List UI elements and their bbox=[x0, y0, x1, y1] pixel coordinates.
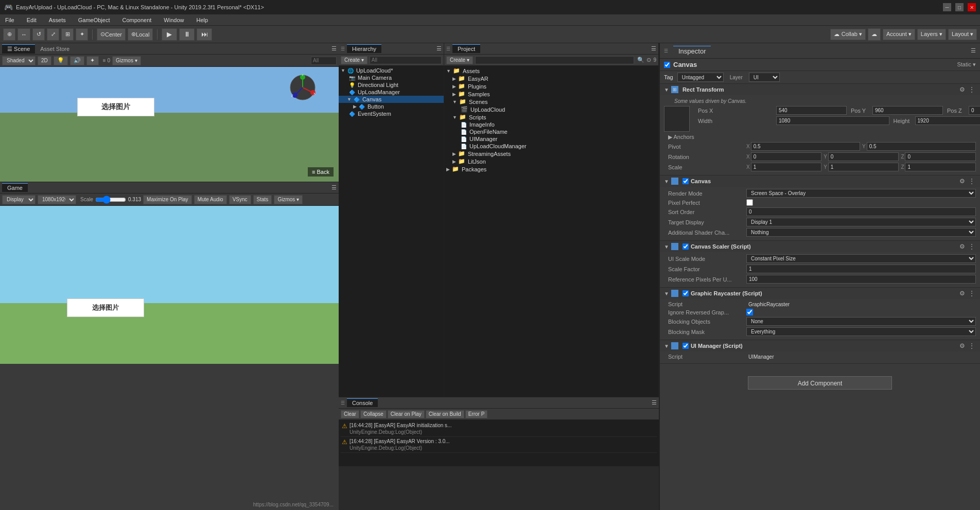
project-search[interactable] bbox=[475, 56, 635, 64]
scene-effects-toggle[interactable]: ✦ bbox=[86, 56, 99, 65]
proj-item-scripts[interactable]: ▼ 📁 Scripts bbox=[444, 113, 658, 121]
tab-inspector[interactable]: Inspector bbox=[673, 46, 711, 56]
tool-transform[interactable]: ✦ bbox=[76, 28, 88, 41]
tab-project[interactable]: Project bbox=[452, 44, 480, 53]
menu-window[interactable]: Window bbox=[161, 16, 187, 24]
proj-item-imageinfo[interactable]: 📄 ImageInfo bbox=[444, 121, 658, 128]
tab-game[interactable]: Game bbox=[2, 183, 28, 192]
proj-item-openfilename[interactable]: 📄 OpenFileName bbox=[444, 128, 658, 135]
proj-item-packages[interactable]: ▶ 📁 Packages bbox=[444, 165, 658, 173]
hierarchy-create[interactable]: Create ▾ bbox=[341, 56, 367, 64]
width-value[interactable] bbox=[776, 116, 889, 125]
2d-toggle[interactable]: 2D bbox=[38, 56, 51, 65]
game-gizmos-dropdown[interactable]: Gizmos ▾ bbox=[274, 195, 303, 204]
pos-x-value[interactable] bbox=[776, 106, 847, 115]
console-clear-on-build[interactable]: Clear on Build bbox=[426, 410, 464, 418]
rot-z-value[interactable] bbox=[905, 152, 976, 161]
tag-dropdown[interactable]: Untagged bbox=[677, 73, 724, 82]
pixel-perfect-checkbox[interactable] bbox=[746, 199, 753, 206]
project-filter-icon[interactable]: ⊙ bbox=[646, 57, 651, 63]
pause-button[interactable]: ⏸ bbox=[179, 28, 195, 41]
proj-item-uimanager[interactable]: 📄 UIManager bbox=[444, 135, 658, 143]
vsync-btn[interactable]: VSync bbox=[229, 195, 251, 204]
proj-item-easyar[interactable]: ▶ 📁 EasyAR bbox=[444, 75, 658, 82]
tool-hand[interactable]: ⊕ bbox=[3, 28, 15, 41]
project-create[interactable]: Create ▾ bbox=[446, 56, 473, 64]
ref-pixels-value[interactable] bbox=[746, 275, 976, 284]
scene-audio-toggle[interactable]: 🔊 bbox=[70, 56, 84, 65]
scene-view[interactable]: 选择图片 Y X Z bbox=[0, 67, 339, 182]
hier-item-eventsystem[interactable]: 🔷 EventSystem bbox=[339, 110, 444, 117]
local-toggle[interactable]: ⊛ Local bbox=[128, 28, 153, 41]
scale-slider[interactable] bbox=[95, 196, 126, 203]
canvas-scaler-enabled[interactable] bbox=[682, 243, 689, 250]
ui-manager-enabled[interactable] bbox=[682, 343, 689, 349]
add-component-button[interactable]: Add Component bbox=[748, 376, 892, 390]
step-button[interactable]: ⏭ bbox=[197, 28, 212, 41]
scene-light-toggle[interactable]: 💡 bbox=[54, 56, 68, 65]
menu-gameobject[interactable]: GameObject bbox=[75, 16, 113, 24]
close-button[interactable]: ✕ bbox=[968, 3, 976, 11]
proj-item-plugins[interactable]: ▶ 📁 Plugins bbox=[444, 82, 658, 90]
project-search-icon[interactable]: 🔍 bbox=[637, 57, 644, 63]
proj-item-streaming[interactable]: ▶ 📁 StreamingAssets bbox=[444, 150, 658, 157]
gr-blocking-mask-dropdown[interactable]: Everything bbox=[746, 327, 976, 336]
canvas-settings-btn[interactable]: ⚙ bbox=[958, 178, 966, 185]
console-clear[interactable]: Clear bbox=[341, 410, 359, 418]
graphic-raycaster-enabled[interactable] bbox=[682, 290, 689, 296]
maximize-button[interactable]: □ bbox=[955, 3, 964, 11]
rect-transform-header[interactable]: ▼ ⊞ Rect Transform ⚙ ⋮ bbox=[660, 84, 980, 95]
tool-move[interactable]: ↔ bbox=[18, 28, 30, 41]
inspector-panel-menu[interactable]: ☰ bbox=[971, 47, 976, 54]
gr-ignore-checkbox[interactable] bbox=[746, 309, 753, 315]
pos-y-value[interactable] bbox=[872, 106, 943, 115]
additional-shader-dropdown[interactable]: Nothing bbox=[746, 228, 976, 237]
ui-manager-header[interactable]: ▼ UI Manager (Script) ⚙ ⋮ bbox=[660, 340, 980, 351]
rot-x-value[interactable] bbox=[751, 152, 822, 161]
back-button[interactable]: ≡ Back bbox=[308, 167, 334, 177]
graphic-raycaster-header[interactable]: ▼ Graphic Raycaster (Script) ⚙ ⋮ bbox=[660, 288, 980, 299]
stats-btn[interactable]: Stats bbox=[253, 195, 272, 204]
resolution-dropdown[interactable]: 1080x1920 bbox=[38, 195, 76, 204]
hier-item-dirlight[interactable]: 💡 Directional Light bbox=[339, 81, 444, 89]
scale-factor-value[interactable] bbox=[746, 265, 976, 273]
target-display-dropdown[interactable]: Display 1 bbox=[746, 218, 976, 226]
mute-audio[interactable]: Mute Audio bbox=[194, 195, 227, 204]
menu-component[interactable]: Component bbox=[119, 16, 154, 24]
hier-item-uploadmanager[interactable]: 🔷 UpLoadManager bbox=[339, 89, 444, 96]
scene-search[interactable] bbox=[311, 57, 337, 65]
hierarchy-search[interactable] bbox=[370, 56, 442, 64]
game-panel-menu[interactable]: ☰ bbox=[331, 184, 337, 191]
collab-button[interactable]: ☁ Collab ▾ bbox=[830, 29, 866, 40]
canvas-enabled-checkbox[interactable] bbox=[682, 178, 689, 184]
rot-y-value[interactable] bbox=[828, 152, 899, 161]
tool-rect[interactable]: ⊞ bbox=[61, 28, 74, 41]
console-collapse[interactable]: Collapse bbox=[360, 410, 387, 418]
hier-item-button[interactable]: ▶ 🔷 Button bbox=[339, 103, 444, 110]
gr-blocking-obj-dropdown[interactable]: None bbox=[746, 317, 976, 326]
pivot-y-value[interactable] bbox=[867, 142, 976, 151]
canvas-scaler-settings[interactable]: ⚙ bbox=[958, 243, 966, 250]
pos-z-value[interactable] bbox=[969, 106, 980, 115]
tab-console[interactable]: Console bbox=[347, 398, 378, 407]
maximize-on-play[interactable]: Maximize On Play bbox=[143, 195, 192, 204]
layout-button[interactable]: Layout ▾ bbox=[948, 29, 977, 40]
pivot-x-value[interactable] bbox=[751, 142, 860, 151]
console-error-pause[interactable]: Error P bbox=[465, 410, 488, 418]
gizmos-dropdown[interactable]: Gizmos ▾ bbox=[112, 56, 141, 65]
hierarchy-panel-menu[interactable]: ☰ bbox=[436, 45, 442, 52]
proj-item-assets[interactable]: ▼ 📁 Assets bbox=[444, 67, 658, 75]
proj-item-litjson[interactable]: ▶ 📁 LitJson bbox=[444, 157, 658, 165]
canvas-menu-btn[interactable]: ⋮ bbox=[968, 178, 976, 185]
canvas-scaler-menu[interactable]: ⋮ bbox=[968, 243, 976, 250]
menu-assets[interactable]: Assets bbox=[46, 16, 69, 24]
proj-item-uploadcloudmanager[interactable]: 📄 UpLoadCloudManager bbox=[444, 143, 658, 150]
minimize-button[interactable]: ─ bbox=[943, 3, 951, 11]
console-panel-menu[interactable]: ☰ bbox=[652, 399, 657, 406]
scale-z-value[interactable] bbox=[905, 163, 976, 171]
ui-manager-menu[interactable]: ⋮ bbox=[968, 342, 976, 349]
graphic-raycaster-settings[interactable]: ⚙ bbox=[958, 290, 966, 297]
shading-dropdown[interactable]: Shaded bbox=[2, 56, 36, 65]
proj-item-scenes[interactable]: ▼ 📁 Scenes bbox=[444, 98, 658, 105]
tab-hierarchy[interactable]: Hierarchy bbox=[347, 44, 381, 53]
